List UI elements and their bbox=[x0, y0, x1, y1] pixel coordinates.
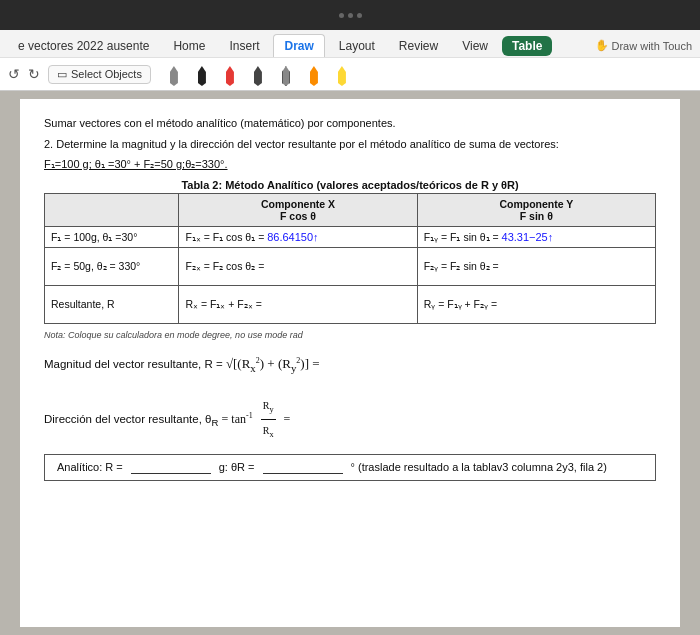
answer-note: ° (traslade resultado a la tablav3 colum… bbox=[351, 461, 607, 473]
dot-2 bbox=[348, 13, 353, 18]
magnitude-formula: √[(Rx2) + (Ry2)] = bbox=[226, 350, 320, 380]
tab-draw[interactable]: Draw bbox=[273, 34, 324, 57]
tab-document-name[interactable]: e vectores 2022 ausente bbox=[8, 35, 159, 57]
draw-touch-button[interactable]: ✋ Draw with Touch bbox=[595, 39, 693, 52]
row1-x: F₁ₓ = F₁ cos θ₁ = 86.64150↑ bbox=[179, 226, 417, 247]
ribbon-tabs: e vectores 2022 ausente Home Insert Draw… bbox=[0, 30, 700, 57]
answer-blank-theta[interactable] bbox=[263, 461, 343, 474]
intro-line1: Sumar vectores con el método analítico (… bbox=[44, 115, 656, 132]
pen-dark[interactable] bbox=[247, 62, 269, 86]
redo-button[interactable]: ↻ bbox=[28, 66, 40, 82]
row3-x: Rₓ = F₁ₓ + F₂ₓ = bbox=[179, 285, 417, 323]
answer-blank-r[interactable] bbox=[131, 461, 211, 474]
row1-x-value: 86.64150↑ bbox=[267, 231, 318, 243]
formula-section: Magnitud del vector resultante, R = √[(R… bbox=[44, 350, 656, 446]
select-objects-button[interactable]: ▭ Select Objects bbox=[48, 65, 151, 84]
answer-box: Analítico: R = g: θR = ° (traslade resul… bbox=[44, 454, 656, 481]
table-row: F₁ = 100g, θ₁ =30° F₁ₓ = F₁ cos θ₁ = 86.… bbox=[45, 226, 656, 247]
direction-formula: = tan-1 Ry Rx = bbox=[222, 394, 291, 446]
row1-y-value: 43.31−25↑ bbox=[502, 231, 554, 243]
direction-formula-line: Dirección del vector resultante, θR = ta… bbox=[44, 394, 656, 446]
col-header-empty bbox=[45, 193, 179, 226]
pen-gray[interactable] bbox=[163, 62, 185, 86]
tab-insert[interactable]: Insert bbox=[219, 35, 269, 57]
pen-red[interactable] bbox=[219, 62, 241, 86]
col-x-label: Componente X bbox=[185, 198, 410, 210]
row3-label: Resultante, R bbox=[45, 285, 179, 323]
fraction-numerator: Ry bbox=[261, 395, 276, 420]
select-objects-label: Select Objects bbox=[71, 68, 142, 80]
given-values-underline: F₁=100 g; θ₁ =30° + F₂=50 g;θ₂=330°. bbox=[44, 158, 228, 170]
g-label: g: θR = bbox=[219, 461, 255, 473]
table-title: Tabla 2: Método Analítico (valores acept… bbox=[44, 179, 656, 191]
col-x-formula: F cos θ bbox=[185, 210, 410, 222]
tab-layout[interactable]: Layout bbox=[329, 35, 385, 57]
tab-view[interactable]: View bbox=[452, 35, 498, 57]
pen-yellow-outline[interactable] bbox=[275, 62, 297, 86]
row1-y: F₁ᵧ = F₁ sin θ₁ = 43.31−25↑ bbox=[417, 226, 655, 247]
draw-touch-icon: ✋ bbox=[595, 39, 609, 52]
tab-table[interactable]: Table bbox=[502, 36, 552, 56]
undo-button[interactable]: ↺ bbox=[8, 66, 20, 82]
select-icon: ▭ bbox=[57, 68, 67, 81]
document-wrapper: e vectores 2022 ausente Home Insert Draw… bbox=[0, 30, 700, 635]
draw-touch-label: Draw with Touch bbox=[612, 40, 693, 52]
magnitude-label: Magnitud del vector resultante, R = bbox=[44, 352, 223, 377]
magnitude-formula-line: Magnitud del vector resultante, R = √[(R… bbox=[44, 350, 656, 380]
intro-line2: 2. Determine la magnitud y la dirección … bbox=[44, 136, 656, 153]
table-header-row: Componente X F cos θ Componente Y F sin … bbox=[45, 193, 656, 226]
row2-label: F₂ = 50g, θ₂ = 330° bbox=[45, 247, 179, 285]
pen-black[interactable] bbox=[191, 62, 213, 86]
dot-1 bbox=[339, 13, 344, 18]
tab-home[interactable]: Home bbox=[163, 35, 215, 57]
col-header-y: Componente Y F sin θ bbox=[417, 193, 655, 226]
col-header-x: Componente X F cos θ bbox=[179, 193, 417, 226]
pen-tools bbox=[163, 62, 353, 86]
analytic-label: Analítico: R = bbox=[57, 461, 123, 473]
row3-y: Rᵧ = F₁ᵧ + F₂ᵧ = bbox=[417, 285, 655, 323]
calculator-note: Nota: Coloque su calculadora en mode deg… bbox=[44, 330, 656, 340]
analytic-table: Componente X F cos θ Componente Y F sin … bbox=[44, 193, 656, 324]
col-y-formula: F sin θ bbox=[424, 210, 649, 222]
window-dots bbox=[339, 13, 362, 18]
col-y-label: Componente Y bbox=[424, 198, 649, 210]
row2-x: F₂ₓ = F₂ cos θ₂ = bbox=[179, 247, 417, 285]
direction-label: Dirección del vector resultante, θR bbox=[44, 407, 218, 433]
pen-yellow[interactable] bbox=[331, 62, 353, 86]
laptop-top-bar bbox=[0, 0, 700, 30]
document-page: Sumar vectores con el método analítico (… bbox=[20, 99, 680, 627]
table-row: Resultante, R Rₓ = F₁ₓ + F₂ₓ = Rᵧ = F₁ᵧ … bbox=[45, 285, 656, 323]
given-values: F₁=100 g; θ₁ =30° + F₂=50 g;θ₂=330°. bbox=[44, 156, 656, 173]
row1-label: F₁ = 100g, θ₁ =30° bbox=[45, 226, 179, 247]
tab-review[interactable]: Review bbox=[389, 35, 448, 57]
pen-orange[interactable] bbox=[303, 62, 325, 86]
ribbon: e vectores 2022 ausente Home Insert Draw… bbox=[0, 30, 700, 91]
row2-y: F₂ᵧ = F₂ sin θ₂ = bbox=[417, 247, 655, 285]
ribbon-toolbar: ↺ ↻ ▭ Select Objects bbox=[0, 57, 700, 90]
fraction-denominator: Rx bbox=[261, 420, 276, 444]
table-row: F₂ = 50g, θ₂ = 330° F₂ₓ = F₂ cos θ₂ = F₂… bbox=[45, 247, 656, 285]
dot-3 bbox=[357, 13, 362, 18]
